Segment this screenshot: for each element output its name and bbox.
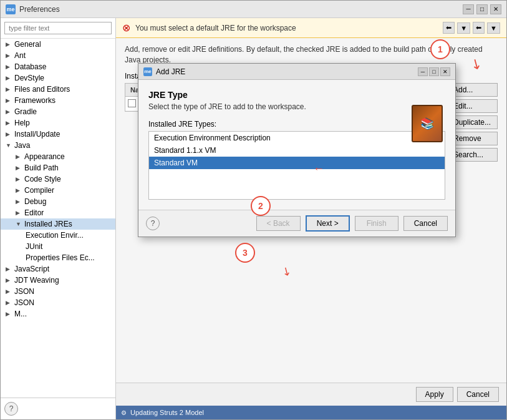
minimize-button[interactable]: ─ (463, 4, 474, 14)
progress-icon: ⚙ (121, 409, 127, 416)
sidebar-item-label: JSON (14, 298, 34, 307)
sidebar-item-execution-env[interactable]: Execution Envir... (1, 230, 115, 241)
expand-arrow: ▶ (6, 300, 12, 306)
menu-button[interactable]: ▼ (487, 22, 500, 34)
sidebar-item-debug[interactable]: ▶ Debug (1, 196, 115, 207)
sidebar-item-label: Compiler (24, 186, 54, 195)
expand-arrow: ▶ (16, 210, 22, 216)
jre-type-execution-env[interactable]: Execution Environment Description (149, 132, 445, 144)
sidebar-item-label: Help (14, 119, 30, 127)
sidebar-item-editor[interactable]: ▶ Editor (1, 207, 115, 218)
expand-arrow: ▼ (16, 221, 22, 227)
expand-arrow: ▶ (16, 187, 22, 193)
window-controls: ─ □ ✕ (463, 4, 501, 14)
sidebar-item-code-style[interactable]: ▶ Code Style (1, 173, 115, 185)
maximize-button[interactable]: □ (476, 4, 488, 14)
sidebar-item-compiler[interactable]: ▶ Compiler (1, 185, 115, 196)
sidebar-item-label: JUnit (26, 242, 42, 251)
sidebar-item-more[interactable]: ▶ M... (1, 308, 115, 320)
expand-arrow: ▶ (6, 52, 12, 59)
sidebar-item-label: DevStyle (14, 74, 44, 82)
expand-arrow: ▶ (6, 97, 12, 104)
sidebar-item-label: Files and Editors (14, 85, 70, 94)
sidebar-item-label: Execution Envir... (26, 231, 84, 240)
sidebar-item-json[interactable]: ▶ JSON (1, 297, 115, 308)
search-input[interactable] (4, 22, 112, 34)
back-nav-button[interactable]: ⬅ (443, 22, 455, 34)
sidebar-item-label: Java (14, 141, 30, 150)
dialog-footer: ? < Back Next > Finish Cancel (138, 210, 455, 237)
dialog-close-button[interactable]: ✕ (440, 67, 450, 76)
warning-bar: ⊗ You must select a default JRE for the … (116, 18, 506, 38)
sidebar-item-general[interactable]: ▶ General (1, 39, 115, 50)
main-bottom-bar: Apply Cancel (116, 383, 506, 406)
status-text: Updating Struts 2 Model (130, 409, 204, 416)
expand-arrow: ▶ (16, 165, 22, 171)
dialog-body: JRE Type Select the type of JRE to add t… (138, 80, 455, 210)
sidebar-item-label: JDT Weaving (14, 276, 59, 285)
expand-arrow: ▶ (16, 176, 22, 182)
dropdown-button[interactable]: ▼ (457, 22, 470, 34)
finish-button[interactable]: Finish (355, 216, 398, 231)
sidebar-item-label: Ant (14, 51, 26, 60)
back-button[interactable]: < Back (256, 216, 301, 231)
close-button[interactable]: ✕ (490, 4, 501, 14)
expand-arrow: ▶ (6, 41, 12, 47)
jre-type-standard-11x[interactable]: Standard 1.1.x VM (149, 144, 445, 157)
sidebar-item-devstyle[interactable]: ▶ DevStyle (1, 72, 115, 84)
forward-nav-button[interactable]: ⬅ (473, 22, 485, 34)
dialog-titlebar: me Add JRE ─ □ ✕ (138, 64, 455, 80)
arrow-2: ← (313, 162, 324, 175)
dialog-restore-button[interactable]: □ (429, 67, 439, 76)
cancel-dialog-button[interactable]: Cancel (403, 216, 448, 231)
dialog-controls: ─ □ ✕ (418, 67, 450, 76)
sidebar-item-appearance[interactable]: ▶ Appearance (1, 151, 115, 162)
sidebar-item-label: General (14, 40, 41, 49)
cancel-main-button[interactable]: Cancel (457, 387, 499, 402)
sidebar-item-ant[interactable]: ▶ Ant (1, 50, 115, 61)
sidebar-item-label: Properties Files Ec... (26, 253, 95, 262)
sidebar-item-java[interactable]: ▼ Java (1, 140, 115, 151)
sidebar-item-javascript[interactable]: ▶ JavaScript (1, 263, 115, 275)
expand-arrow: ▶ (16, 154, 22, 160)
expand-arrow: ▶ (16, 198, 22, 205)
expand-arrow: ▶ (6, 311, 12, 317)
sidebar-item-frameworks[interactable]: ▶ Frameworks (1, 95, 115, 106)
expand-arrow: ▶ (6, 109, 12, 115)
sidebar-item-database[interactable]: ▶ Database (1, 61, 115, 72)
dialog-title: Add JRE (156, 67, 185, 76)
sidebar-item-label: JavaScript (14, 265, 49, 273)
title-bar-left: me Preferences (6, 4, 60, 14)
sidebar-item-label: M... (14, 310, 27, 318)
sidebar-item-junit[interactable]: JUnit (1, 241, 115, 252)
add-jre-dialog: me Add JRE ─ □ ✕ JRE Type Select the typ… (138, 63, 456, 237)
expand-arrow: ▶ (6, 277, 12, 283)
help-button[interactable]: ? (4, 402, 18, 416)
expand-arrow: ▶ (6, 120, 12, 126)
jre-checkbox[interactable] (128, 99, 136, 107)
sidebar-item-properties-files[interactable]: Properties Files Ec... (1, 252, 115, 263)
sidebar-item-jdt-weaving[interactable]: ▶ JDT Weaving (1, 275, 115, 286)
dialog-help-button[interactable]: ? (146, 217, 160, 230)
sidebar-item-installed-jres[interactable]: ▼ Installed JREs (1, 218, 115, 230)
sidebar: ▶ General ▶ Ant ▶ Database ▶ DevStyle ▶ (1, 18, 116, 419)
sidebar-item-gradle[interactable]: ▶ Gradle (1, 106, 115, 117)
jre-types-label: Installed JRE Types: (148, 120, 445, 129)
sidebar-bottom: ? (1, 398, 115, 419)
apply-button[interactable]: Apply (416, 387, 453, 402)
sidebar-item-install-update[interactable]: ▶ Install/Update (1, 129, 115, 140)
navigation-icons: ⬅ ▼ ⬅ ▼ (443, 22, 500, 34)
sidebar-item-jet-transformations[interactable]: ▶ JSON (1, 286, 115, 297)
warning-message: You must select a default JRE for the wo… (135, 24, 438, 32)
dialog-app-icon: me (143, 67, 152, 76)
sidebar-item-label: Install/Update (14, 130, 60, 139)
filter-box (1, 18, 115, 39)
sidebar-item-label: Gradle (14, 107, 37, 116)
next-button[interactable]: Next > (306, 215, 350, 232)
sidebar-item-build-path[interactable]: ▶ Build Path (1, 162, 115, 173)
dialog-minimize-button[interactable]: ─ (418, 67, 428, 76)
jre-type-standard-vm[interactable]: Standard VM (149, 157, 445, 169)
sidebar-item-files-editors[interactable]: ▶ Files and Editors (1, 84, 115, 95)
dialog-title-left: me Add JRE (143, 67, 185, 76)
sidebar-item-help[interactable]: ▶ Help (1, 117, 115, 129)
